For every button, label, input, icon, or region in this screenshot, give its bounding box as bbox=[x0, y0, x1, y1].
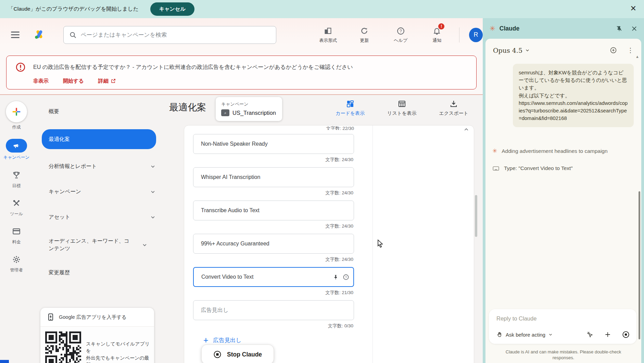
refresh-icon bbox=[360, 26, 368, 36]
left-icon-rail: 作成 キャンペーン 目標 bbox=[0, 95, 33, 363]
headline-input-2[interactable] bbox=[193, 167, 354, 187]
debug-message: 「Claude」がこのブラウザのデバッグを開始しました bbox=[8, 5, 139, 13]
chevron-down-icon bbox=[548, 332, 553, 337]
export-button[interactable]: エクスポート bbox=[439, 100, 468, 117]
stop-claude-button[interactable]: Stop Claude bbox=[201, 344, 274, 363]
headline-count: 文字数: 24/30 bbox=[193, 157, 353, 163]
rail-item-billing[interactable]: 料金 bbox=[2, 226, 31, 245]
create-plus-icon bbox=[6, 101, 27, 122]
rail-item-create[interactable]: 作成 bbox=[2, 101, 31, 130]
subnav-change-history[interactable]: 変更履歴 bbox=[42, 265, 164, 280]
warning-start-link[interactable]: 開始する bbox=[63, 78, 84, 84]
campaign-name: US_Transcription bbox=[232, 110, 276, 116]
billing-card-icon bbox=[12, 226, 21, 237]
chevron-down-icon[interactable] bbox=[525, 48, 530, 52]
chevron-up-icon[interactable] bbox=[464, 127, 469, 132]
list-view-button[interactable]: リストを表示 bbox=[387, 100, 416, 117]
promo-title: Google 広告アプリを入手する bbox=[59, 314, 127, 320]
display-format-button[interactable]: 表示形式 bbox=[318, 26, 338, 44]
refresh-button[interactable]: 更新 bbox=[354, 26, 374, 44]
rail-item-campaigns[interactable]: キャンペーン bbox=[2, 139, 31, 160]
close-panel-icon[interactable] bbox=[631, 26, 637, 32]
search-icon bbox=[69, 31, 77, 39]
help-circle-icon[interactable]: ? bbox=[343, 274, 349, 280]
mobile-app-promo-card: Google 広告アプリを入手する スキャンしてモバイルアプリを 外出先でもキャ… bbox=[40, 308, 154, 363]
svg-text:?: ? bbox=[345, 275, 347, 279]
add-headline-button[interactable]: + 広告見出し bbox=[203, 336, 354, 344]
headline-count: 文字数: 24/30 bbox=[193, 256, 353, 263]
reply-composer: Ask before acting bbox=[489, 309, 636, 344]
search-bar[interactable] bbox=[63, 26, 277, 44]
headlines-card: 文字数: 22/30 文字数: 24/30 文字数: 24/30 文字数: bbox=[184, 125, 474, 363]
claude-sidebar: ✳ Claude Opus 4.5 ⋮ ▲ semrushは bbox=[483, 18, 644, 363]
permission-mode-button[interactable]: Ask before acting bbox=[496, 331, 553, 338]
google-ads-logo-icon[interactable] bbox=[33, 29, 46, 41]
subnav-campaigns[interactable]: キャンペーン bbox=[42, 184, 164, 199]
claude-status: ✳ Adding advertisement headlines to camp… bbox=[492, 147, 631, 155]
unpin-icon[interactable] bbox=[616, 25, 622, 32]
claude-spark-icon: ✳ bbox=[492, 147, 497, 155]
campaign-subnav: 概要 最適化案 分析情報とレポート キャンペーン アセット オーディエンス、キー… bbox=[33, 95, 164, 363]
megaphone-icon bbox=[6, 139, 27, 153]
list-view-icon bbox=[398, 100, 406, 108]
rail-item-goals[interactable]: 目標 bbox=[2, 169, 31, 189]
headline-input-5[interactable] bbox=[193, 267, 354, 287]
claude-scrollbar-thumb[interactable] bbox=[639, 191, 640, 339]
more-options-icon[interactable]: ⋮ bbox=[627, 46, 634, 54]
help-button[interactable]: ? ヘルプ bbox=[391, 26, 411, 44]
chevron-down-icon bbox=[150, 189, 155, 194]
headline-input-4[interactable] bbox=[193, 234, 354, 254]
warning-details-link[interactable]: 詳細 bbox=[98, 78, 116, 84]
campaign-selector-chip[interactable]: キャンペーン ⌕ US_Transcription bbox=[216, 97, 282, 121]
ai-disclaimer: Claude is AI and can make mistakes. Plea… bbox=[485, 349, 641, 361]
chevron-down-icon bbox=[150, 215, 155, 220]
subnav-insights-reports[interactable]: 分析情報とレポート bbox=[42, 159, 164, 174]
menu-icon[interactable] bbox=[11, 30, 20, 40]
qr-code bbox=[45, 331, 81, 363]
account-avatar[interactable]: R bbox=[469, 28, 483, 42]
subnav-overview[interactable]: 概要 bbox=[42, 104, 164, 119]
debug-close-icon[interactable]: ✕ bbox=[630, 5, 636, 12]
warning-hide-link[interactable]: 非表示 bbox=[33, 78, 49, 84]
search-input[interactable] bbox=[81, 32, 271, 38]
debug-cancel-button[interactable]: キャンセル bbox=[150, 2, 194, 16]
stop-circle-icon bbox=[213, 350, 222, 359]
headline-count: 文字数: 21/30 bbox=[193, 290, 353, 296]
keyboard-icon bbox=[492, 165, 500, 172]
reply-input[interactable] bbox=[496, 315, 630, 322]
warning-text: EU の政治広告を配信する予定ですか？ - アカウントに欧州連合の政治広告を含む… bbox=[33, 64, 353, 71]
record-stop-icon[interactable] bbox=[622, 331, 630, 338]
bell-icon: ! bbox=[433, 26, 441, 36]
card-view-button[interactable]: カードを表示 bbox=[336, 100, 365, 117]
attach-plus-icon[interactable] bbox=[604, 331, 611, 338]
headline-input-6[interactable] bbox=[193, 300, 354, 320]
cursor-action-icon[interactable] bbox=[586, 331, 593, 338]
subnav-optimization[interactable]: 最適化案 bbox=[42, 129, 156, 149]
new-chat-icon[interactable] bbox=[610, 47, 617, 54]
claude-logo-icon: ✳ bbox=[490, 24, 495, 33]
alert-icon bbox=[15, 62, 26, 72]
headline-count: 文字数: 24/30 bbox=[193, 223, 353, 229]
ads-header: 表示形式 更新 ? ヘルプ ! bbox=[0, 18, 483, 51]
browser-debug-bar: 「Claude」がこのブラウザのデバッグを開始しました キャンセル ✕ bbox=[0, 0, 644, 18]
page-scrollbar-thumb[interactable] bbox=[475, 195, 477, 237]
headline-field-focused: ? bbox=[193, 267, 354, 287]
headline-input-1[interactable] bbox=[193, 134, 354, 154]
claude-conversation: Opus 4.5 ⋮ ▲ semrushは、対象KWを競合がどのようなコピーで出… bbox=[485, 39, 641, 363]
subnav-assets[interactable]: アセット bbox=[42, 209, 164, 225]
tools-icon bbox=[12, 197, 21, 209]
plus-icon: + bbox=[203, 336, 209, 344]
card-divider bbox=[372, 125, 373, 363]
model-selector[interactable]: Opus 4.5 bbox=[493, 47, 522, 54]
hand-icon bbox=[496, 331, 503, 338]
rail-item-tools[interactable]: ツール bbox=[2, 197, 31, 217]
headline-input-3[interactable] bbox=[193, 201, 354, 220]
google-ads-page: 表示形式 更新 ? ヘルプ ! bbox=[0, 18, 483, 363]
headline-count: 文字数: 24/30 bbox=[193, 190, 353, 196]
pin-icon[interactable] bbox=[333, 274, 339, 280]
notifications-button[interactable]: ! 通知 bbox=[427, 26, 447, 44]
chevron-down-icon bbox=[150, 164, 155, 169]
scroll-up-arrow-icon[interactable]: ▲ bbox=[635, 55, 639, 59]
subnav-audiences-keywords-content[interactable]: オーディエンス、キーワード、コンテンツ bbox=[42, 235, 156, 255]
rail-item-admin[interactable]: 管理者 bbox=[2, 254, 31, 273]
